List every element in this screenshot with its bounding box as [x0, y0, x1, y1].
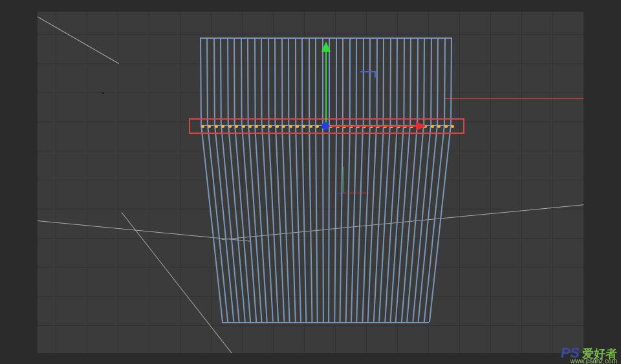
marker-dot: [102, 92, 104, 94]
gizmo-y-arrow-icon[interactable]: [321, 41, 331, 52]
gizmo-y-axis[interactable]: [325, 48, 327, 125]
perspective-edge-line: [38, 12, 119, 64]
gizmo-center-handle[interactable]: [321, 122, 329, 130]
gizmo-x-arrow-icon[interactable]: [416, 122, 426, 131]
viewport-frame: [38, 12, 583, 353]
3d-viewport[interactable]: [38, 12, 583, 353]
gizmo-z-plane-icon[interactable]: [360, 71, 376, 78]
watermark-url: www.psahz.com: [571, 358, 617, 364]
world-x-axis-line: [444, 98, 583, 99]
gizmo-x-axis[interactable]: [325, 125, 416, 127]
